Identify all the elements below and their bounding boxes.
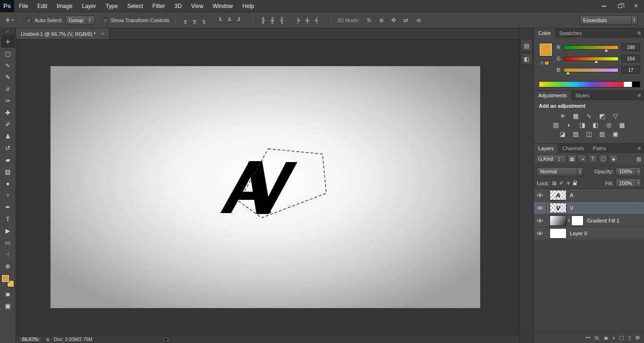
posterize-icon[interactable]: ▨: [572, 130, 580, 137]
align-top-edges-icon[interactable]: ╓: [180, 15, 190, 26]
panel-menu-icon[interactable]: ≣: [635, 144, 644, 153]
fill-dropdown[interactable]: 100% ▼: [616, 179, 641, 188]
collapse-tools-button[interactable]: »: [0, 28, 16, 36]
distribute-left-edges-icon[interactable]: ╞: [293, 15, 303, 26]
distribute-top-edges-icon[interactable]: ╟: [258, 15, 268, 26]
history-panel-icon[interactable]: ▤: [521, 40, 533, 51]
show-transform-checkbox[interactable]: [102, 17, 108, 23]
menu-help[interactable]: Help: [237, 0, 259, 12]
menu-select[interactable]: Select: [122, 0, 147, 12]
align-left-edges-icon[interactable]: ╙: [215, 15, 225, 26]
filter-pixel-layers-icon[interactable]: ▦: [568, 154, 576, 163]
move-tool[interactable]: ✛: [1, 36, 15, 48]
new-group-icon[interactable]: ▢: [619, 334, 624, 341]
add-layer-mask-icon[interactable]: ◙: [604, 335, 608, 341]
3d-scale-icon[interactable]: ⊲: [414, 15, 423, 26]
gradient-map-icon[interactable]: ▣: [611, 130, 620, 137]
blue-value-field[interactable]: 17: [621, 66, 640, 74]
layer-row-layer0[interactable]: Layer 0: [534, 227, 644, 240]
distribute-bottom-edges-icon[interactable]: ╢: [277, 15, 287, 26]
menu-view[interactable]: View: [186, 0, 208, 12]
blend-mode-dropdown[interactable]: Normal ▲▼: [537, 167, 583, 176]
layer-row-v[interactable]: V V: [534, 202, 644, 214]
3d-drag-icon[interactable]: ✜: [389, 15, 398, 26]
new-layer-icon[interactable]: ▯: [628, 334, 631, 341]
opacity-dropdown[interactable]: 100% ▼: [616, 167, 641, 176]
black-white-icon[interactable]: ◨: [578, 121, 587, 129]
photo-filter-icon[interactable]: ◧: [592, 121, 600, 129]
eyedropper-tool[interactable]: ✑: [1, 95, 15, 107]
layer-thumbnail[interactable]: A: [550, 190, 567, 200]
link-layers-icon[interactable]: ⊶: [585, 334, 590, 341]
red-value-field[interactable]: 199: [621, 43, 640, 51]
restore-button[interactable]: [612, 0, 628, 12]
menu-3d[interactable]: 3D: [169, 0, 186, 12]
auto-select-group-dropdown[interactable]: Group ▲▼: [66, 16, 95, 25]
layer-name[interactable]: Layer 0: [570, 231, 587, 236]
hue-saturation-icon[interactable]: ▤: [552, 121, 560, 129]
green-slider-thumb[interactable]: [594, 60, 598, 63]
panel-menu-icon[interactable]: ≣: [635, 28, 644, 38]
clone-stamp-tool[interactable]: ♟: [1, 130, 15, 142]
history-brush-tool[interactable]: ↺: [1, 142, 15, 154]
close-button[interactable]: ✕: [628, 0, 644, 12]
gradient-fill-thumbnail[interactable]: [550, 215, 567, 226]
tab-layers[interactable]: Layers: [534, 144, 558, 153]
red-slider[interactable]: [564, 45, 619, 50]
color-spectrum-ramp[interactable]: [539, 81, 640, 87]
properties-panel-icon[interactable]: ◧: [521, 53, 533, 65]
spot-healing-brush-tool[interactable]: ✚: [1, 107, 15, 119]
lock-position-icon[interactable]: ✛: [566, 180, 570, 186]
lock-all-icon[interactable]: [573, 182, 576, 185]
lock-image-pixels-icon[interactable]: ✐: [559, 180, 563, 186]
workspace-switcher[interactable]: Essentials ▲▼: [580, 16, 637, 25]
vibrance-icon[interactable]: ▽: [611, 112, 620, 120]
zoom-tool[interactable]: ⊕: [1, 260, 15, 272]
distribute-horizontal-centers-icon[interactable]: ╪: [303, 15, 312, 26]
rectangle-tool[interactable]: ▭: [1, 237, 15, 249]
type-tool[interactable]: T: [1, 213, 15, 225]
tab-color[interactable]: Color: [534, 28, 555, 38]
3d-slide-icon[interactable]: ⇄: [401, 15, 411, 26]
tab-swatches[interactable]: Swatches: [555, 28, 586, 38]
pen-tool[interactable]: ✒: [1, 201, 15, 213]
menu-type[interactable]: Type: [101, 0, 122, 12]
distribute-right-edges-icon[interactable]: ╡: [312, 15, 322, 26]
menu-image[interactable]: Image: [52, 0, 77, 12]
menu-edit[interactable]: Edit: [33, 0, 52, 12]
layer-style-icon[interactable]: fx.: [594, 335, 600, 341]
path-selection-tool[interactable]: ▶: [1, 225, 15, 237]
rectangular-marquee-tool[interactable]: ▢: [1, 48, 15, 60]
threshold-icon[interactable]: ◫: [585, 130, 593, 137]
filter-shape-layers-icon[interactable]: ▢: [599, 154, 608, 163]
gamut-warning[interactable]: ⚠: [540, 60, 549, 65]
dodge-tool[interactable]: ♀: [1, 189, 15, 201]
3d-roll-icon[interactable]: ⊚: [377, 15, 386, 26]
status-menu-arrow[interactable]: ▶: [162, 336, 170, 343]
canvas-pasteboard[interactable]: A V: [16, 40, 519, 335]
layer-visibility-toggle[interactable]: [534, 189, 546, 201]
layer-name[interactable]: A: [570, 192, 573, 198]
green-value-field[interactable]: 154: [621, 55, 640, 62]
tool-preset-picker[interactable]: ✛ ▾: [4, 17, 15, 24]
minimize-button[interactable]: [596, 0, 612, 12]
lock-transparent-pixels-icon[interactable]: ▨: [552, 180, 556, 186]
menu-file[interactable]: File: [14, 0, 33, 12]
menu-filter[interactable]: Filter: [148, 0, 170, 12]
foreground-color-swatch[interactable]: [540, 43, 552, 56]
curves-icon[interactable]: ∿: [585, 112, 593, 120]
blue-slider[interactable]: [564, 68, 619, 72]
quick-selection-tool[interactable]: ✎: [1, 71, 15, 83]
filter-kind-dropdown[interactable]: Kind ▲▼: [536, 154, 566, 163]
eraser-tool[interactable]: ▰: [1, 154, 15, 166]
filter-adjustment-layers-icon[interactable]: ◑: [578, 154, 587, 163]
layer-mask-thumbnail[interactable]: [571, 215, 584, 226]
auto-select-checkbox[interactable]: [26, 17, 32, 23]
tab-paths[interactable]: Paths: [589, 144, 610, 153]
document-tab[interactable]: Untitled-1 @ 66.7% (V, RGB/8) * ×: [16, 28, 110, 39]
3d-rotate-icon[interactable]: ↻: [364, 15, 374, 26]
channel-mixer-icon[interactable]: ◎: [605, 121, 613, 129]
zoom-level-field[interactable]: 66.67%: [19, 336, 42, 343]
brush-tool[interactable]: ✐: [1, 119, 15, 130]
layer-visibility-toggle[interactable]: [534, 227, 546, 240]
